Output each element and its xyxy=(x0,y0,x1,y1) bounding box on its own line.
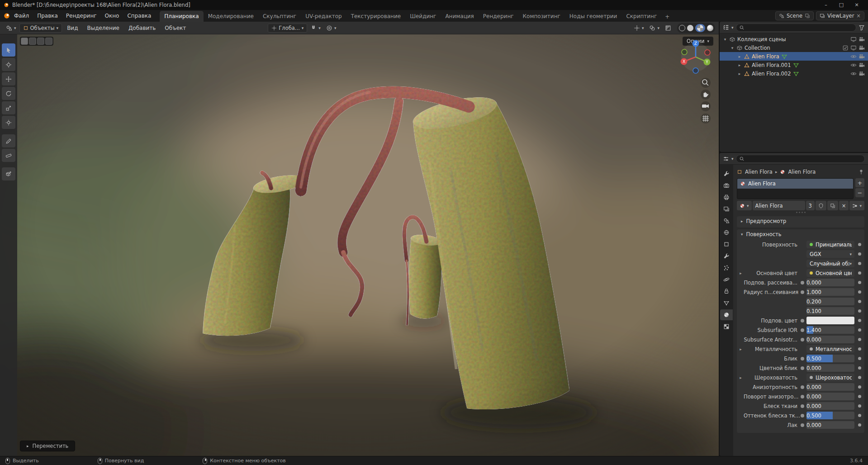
properties-tab[interactable] xyxy=(720,321,733,332)
shading-material-button[interactable] xyxy=(697,25,703,31)
remove-slot-button[interactable]: − xyxy=(855,188,864,197)
property-field[interactable]: Шероховатость xyxy=(806,374,854,381)
topbar-menu[interactable]: Справка xyxy=(123,11,155,21)
properties-tab[interactable] xyxy=(720,168,733,179)
browse-material-button[interactable]: ▾ xyxy=(737,201,752,210)
decorator-dot[interactable] xyxy=(858,271,861,275)
property-field[interactable]: 0.000 xyxy=(806,421,854,429)
tool-button[interactable] xyxy=(2,134,15,147)
workspace-tab[interactable]: Анимация xyxy=(441,11,478,22)
property-field[interactable]: 0.000 xyxy=(806,336,854,343)
property-field[interactable]: Металличность xyxy=(806,345,854,353)
workspace-tab[interactable]: Моделирование xyxy=(204,11,258,22)
3d-viewport[interactable]: Опции ▾ Z X xyxy=(0,34,719,456)
breadcrumb-material[interactable]: Alien Flora xyxy=(788,169,816,175)
disable-render-icon[interactable] xyxy=(859,62,865,68)
workspace-tab[interactable]: Ноды геометрии xyxy=(565,11,622,22)
viewport-canvas[interactable] xyxy=(0,34,719,456)
breadcrumb-object[interactable]: Alien Flora xyxy=(745,169,773,175)
hide-eye-icon[interactable] xyxy=(850,62,857,68)
exclude-checkbox-icon[interactable] xyxy=(842,45,849,51)
select-mode-new[interactable] xyxy=(21,38,28,45)
decorator-dot[interactable] xyxy=(858,252,861,256)
duplicate-scene-icon[interactable] xyxy=(805,13,810,19)
select-mode-extend[interactable] xyxy=(29,38,36,45)
property-field[interactable]: 0.500 xyxy=(806,355,854,362)
topbar-menu[interactable]: Правка xyxy=(33,11,62,21)
outliner-scene-collection-row[interactable]: ▾ Коллекция сцены xyxy=(720,35,868,43)
properties-tab[interactable] xyxy=(720,215,733,226)
decorator-dot[interactable] xyxy=(858,376,861,379)
filter-icon[interactable] xyxy=(859,24,865,31)
minimize-button[interactable]: – xyxy=(818,0,834,10)
property-field[interactable]: GGX ▾ xyxy=(806,250,854,258)
property-field[interactable]: 1.000 xyxy=(806,288,854,296)
properties-tab[interactable] xyxy=(720,286,733,297)
decorator-dot[interactable] xyxy=(858,290,861,294)
property-field[interactable]: 0.000 xyxy=(806,383,854,391)
blender-menu-icon[interactable] xyxy=(4,13,10,19)
properties-tab[interactable] xyxy=(720,239,733,250)
expand-icon[interactable]: ▾ xyxy=(723,37,727,42)
decorator-dot[interactable] xyxy=(858,328,861,332)
camera-toggle-icon[interactable] xyxy=(859,36,865,43)
xray-toggle[interactable] xyxy=(663,24,674,33)
property-field[interactable]: 0.000 xyxy=(806,364,854,372)
property-field[interactable]: 0.200 xyxy=(806,298,854,305)
property-field[interactable]: Случайный обход ▾ xyxy=(806,260,854,267)
decorator-dot[interactable] xyxy=(858,300,861,303)
outliner-editor-icon[interactable] xyxy=(723,24,729,31)
operator-redo-panel[interactable]: ▸ Переместить xyxy=(20,441,75,451)
properties-tab[interactable] xyxy=(720,298,733,308)
add-slot-button[interactable]: + xyxy=(855,178,864,187)
screen-toggle-icon[interactable] xyxy=(850,36,857,43)
axis-gizmo[interactable]: Z X Y xyxy=(681,40,711,74)
disable-render-icon[interactable] xyxy=(859,71,865,77)
hide-eye-icon[interactable] xyxy=(850,53,857,60)
show-gizmo-button[interactable]: ▾ xyxy=(631,24,646,33)
expand-icon[interactable]: ▸ xyxy=(738,375,744,380)
topbar-menu[interactable]: Рендеринг xyxy=(62,11,101,21)
viewport-menu[interactable]: Объект xyxy=(161,23,190,33)
material-link-dropdown[interactable]: ▾ xyxy=(849,201,864,210)
decorator-dot[interactable] xyxy=(858,395,861,398)
outliner-object-row[interactable]: ▸ Alien Flora xyxy=(720,52,868,61)
pan-hand-button[interactable] xyxy=(701,90,711,100)
surface-panel-header[interactable]: ▾ Поверхность xyxy=(737,229,864,239)
decorator-dot[interactable] xyxy=(858,243,861,246)
disable-render-icon[interactable] xyxy=(859,53,865,60)
viewport-menu[interactable]: Добавить xyxy=(124,23,160,33)
screen-toggle-icon[interactable] xyxy=(850,45,857,51)
properties-tab[interactable] xyxy=(720,180,733,191)
viewport-menu[interactable]: Вид xyxy=(63,23,82,33)
maximize-button[interactable]: □ xyxy=(834,0,849,10)
proportional-edit-toggle[interactable]: ▾ xyxy=(324,24,339,33)
property-field[interactable]: Основной цвет xyxy=(806,269,854,277)
properties-search-input[interactable] xyxy=(736,155,865,163)
expand-icon[interactable]: ▸ xyxy=(738,347,744,351)
topbar-menu[interactable]: Окно xyxy=(101,11,123,21)
select-mode-subtract[interactable] xyxy=(37,38,44,45)
property-field[interactable]: 0.000 xyxy=(806,402,854,410)
property-field[interactable] xyxy=(806,317,854,324)
preview-panel-header[interactable]: ▸ Предпросмотр xyxy=(737,216,864,226)
camera-toggle-icon[interactable] xyxy=(859,45,865,51)
users-count-button[interactable]: 3 xyxy=(806,201,815,210)
workspace-tab[interactable]: UV-редактор xyxy=(301,11,346,22)
decorator-dot[interactable] xyxy=(858,404,861,408)
outliner-search-input[interactable] xyxy=(736,24,856,32)
remove-viewlayer-icon[interactable]: × xyxy=(856,13,861,19)
new-material-button[interactable] xyxy=(827,201,838,210)
decorator-dot[interactable] xyxy=(858,414,861,417)
pin-icon[interactable] xyxy=(858,169,864,175)
topbar-menu[interactable]: Файл xyxy=(10,11,33,21)
material-name-field[interactable]: Alien Flora xyxy=(753,201,805,210)
shading-solid-button[interactable] xyxy=(687,25,693,31)
properties-tab[interactable] xyxy=(720,309,733,320)
decorator-dot[interactable] xyxy=(858,281,861,284)
perspective-toggle-button[interactable] xyxy=(701,114,711,123)
tool-button[interactable] xyxy=(2,149,15,162)
close-button[interactable]: × xyxy=(849,0,864,10)
scene-selector[interactable]: Scene xyxy=(775,11,814,20)
properties-editor-icon[interactable] xyxy=(723,156,729,162)
